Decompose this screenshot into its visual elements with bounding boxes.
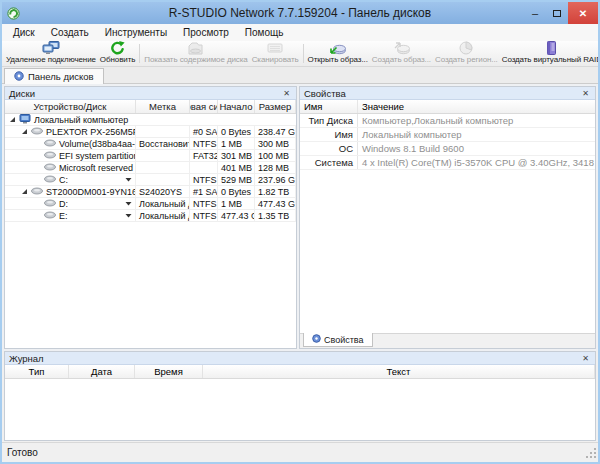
app-icon[interactable]	[7, 7, 20, 20]
menu-help[interactable]: Помощь	[237, 25, 292, 40]
show-disk-content-icon	[187, 41, 204, 55]
column-value[interactable]: Значение	[358, 100, 595, 113]
chevron-down-icon[interactable]	[123, 177, 132, 182]
close-button[interactable]: ✕	[568, 2, 598, 24]
table-row[interactable]: E: Локальный д... NTFS 477.43 GB 1.35 TB	[5, 210, 296, 222]
column-date[interactable]: Дата	[69, 365, 135, 378]
disks-panel: Диски ✕ Устройство/Диск Метка Файловая с…	[4, 86, 297, 349]
fs-cell: NTFS	[190, 174, 218, 185]
tab-label: Свойства	[324, 335, 364, 345]
minimize-button[interactable]: –	[524, 2, 546, 24]
remote-connection-button[interactable]: Удаленное подключение	[4, 41, 98, 66]
tree-expander-icon[interactable]	[9, 116, 16, 123]
show-disk-content-button[interactable]: Показать содержимое диска	[142, 41, 249, 66]
table-row[interactable]: Microsoft reserved pa... 401 MB 128 MB	[5, 162, 296, 174]
create-region-button[interactable]: Создать регион...	[433, 41, 500, 66]
property-value: Локальный компьютер	[358, 128, 595, 141]
create-virtual-raid-button[interactable]: Создать виртуальный RAID	[500, 41, 598, 66]
device-name: D:	[59, 199, 68, 209]
toolbar-button-label: Создать виртуальный RAID	[502, 55, 598, 64]
start-cell: 301 MB	[218, 150, 255, 161]
scan-button[interactable]: Сканировать	[250, 41, 301, 66]
scan-icon	[267, 41, 283, 55]
column-type[interactable]: Тип	[5, 365, 69, 378]
tab-label: Панель дисков	[28, 71, 94, 82]
disks-empty-area	[5, 222, 296, 348]
fs-cell: #0 SA...	[190, 126, 218, 137]
close-icon[interactable]: ✕	[580, 354, 591, 363]
disk-icon	[31, 187, 43, 197]
label-cell: Локальный д...	[136, 210, 190, 221]
tab-disk-panel[interactable]: Панель дисков	[4, 68, 104, 84]
menu-disk[interactable]: Диск	[5, 25, 43, 40]
table-row[interactable]: Локальный компьютер	[5, 114, 296, 126]
size-cell: 237.96 GB	[255, 174, 296, 185]
label-cell	[136, 150, 190, 161]
column-device[interactable]: Устройство/Диск	[5, 100, 136, 113]
close-icon[interactable]: ✕	[281, 89, 292, 98]
refresh-button[interactable]: Обновить	[98, 41, 137, 66]
table-row[interactable]: ST2000DM001-9YN164 ... S24020YS #1 SA...…	[5, 186, 296, 198]
property-name: Тип Диска	[300, 114, 358, 127]
table-row[interactable]: PLEXTOR PX-256M5Pro ... #0 SA... 0 Bytes…	[5, 126, 296, 138]
create-image-button[interactable]: Создать образ...	[370, 41, 433, 66]
chevron-down-icon[interactable]	[123, 201, 132, 206]
tab-properties[interactable]: Свойства	[303, 333, 373, 347]
open-image-button[interactable]: Открыть образ...	[306, 41, 370, 66]
disk-panel-tab-icon	[14, 71, 24, 83]
table-row[interactable]: C: NTFS 529 MB 237.96 GB	[5, 174, 296, 186]
column-label[interactable]: Метка	[136, 100, 190, 113]
disk-icon	[31, 127, 43, 137]
column-start[interactable]: Начало	[218, 100, 255, 113]
start-cell: 401 MB	[218, 162, 255, 173]
property-row[interactable]: ОС Windows 8.1 Build 9600	[300, 142, 595, 156]
menu-tools[interactable]: Инструменты	[97, 25, 175, 40]
properties-panel-title: Свойства	[304, 88, 346, 99]
toolbar-button-label: Сканировать	[252, 55, 299, 64]
close-icon[interactable]: ✕	[580, 89, 591, 98]
column-filesystem[interactable]: Файловая система	[190, 100, 218, 113]
statusbar: Готово	[2, 442, 598, 462]
tree-expander-icon[interactable]	[21, 128, 28, 135]
device-name: Локальный компьютер	[34, 115, 128, 125]
fs-cell: FAT32	[190, 150, 218, 161]
properties-tab-icon	[312, 334, 321, 345]
chevron-down-icon[interactable]	[123, 213, 132, 218]
create-region-icon	[458, 41, 474, 55]
open-image-icon	[329, 41, 346, 55]
document-tabstrip: Панель дисков	[2, 67, 598, 84]
column-text[interactable]: Текст	[203, 365, 595, 378]
property-name: Имя	[300, 128, 358, 141]
start-cell: 1 MB	[218, 198, 255, 209]
menu-create[interactable]: Создать	[43, 25, 97, 40]
tree-expander-icon[interactable]	[21, 188, 28, 195]
column-time[interactable]: Время	[135, 365, 203, 378]
disk-icon	[44, 139, 56, 149]
property-name: ОС	[300, 142, 358, 155]
properties-empty-area	[300, 170, 595, 333]
menu-view[interactable]: Просмотр	[175, 25, 237, 40]
disk-icon	[44, 199, 56, 209]
fs-cell: NTFS	[190, 138, 218, 149]
maximize-button[interactable]	[546, 2, 568, 24]
property-row[interactable]: Система 4 x Intel(R) Core(TM) i5-3570K C…	[300, 156, 595, 170]
create-virtual-raid-icon	[545, 41, 558, 55]
device-name: PLEXTOR PX-256M5Pro ...	[46, 127, 136, 137]
size-cell: 128 MB	[255, 162, 296, 173]
disk-icon	[44, 151, 56, 161]
column-size[interactable]: Размер	[255, 100, 296, 113]
property-row[interactable]: Тип Диска Компьютер,Локальный компьютер	[300, 114, 595, 128]
resize-grip[interactable]	[586, 448, 597, 461]
label-cell	[136, 126, 190, 137]
property-row[interactable]: Имя Локальный компьютер	[300, 128, 595, 142]
toolbar-button-label: Обновить	[100, 55, 135, 64]
column-name[interactable]: Имя	[300, 100, 358, 113]
window-title: R-STUDIO Network 7.7.159204 - Панель дис…	[2, 6, 598, 20]
property-value: Windows 8.1 Build 9600	[358, 142, 595, 155]
fs-cell: NTFS	[190, 198, 218, 209]
table-row[interactable]: D: Локальный д... NTFS 1 MB 477.43 GB	[5, 198, 296, 210]
table-row[interactable]: Volume(d38ba4aa-2.. Восстановить NTFS 1 …	[5, 138, 296, 150]
table-row[interactable]: EFI system partition FAT32 301 MB 100 MB	[5, 150, 296, 162]
disk-icon	[44, 175, 56, 185]
disks-table-header: Устройство/Диск Метка Файловая система Н…	[5, 100, 296, 114]
